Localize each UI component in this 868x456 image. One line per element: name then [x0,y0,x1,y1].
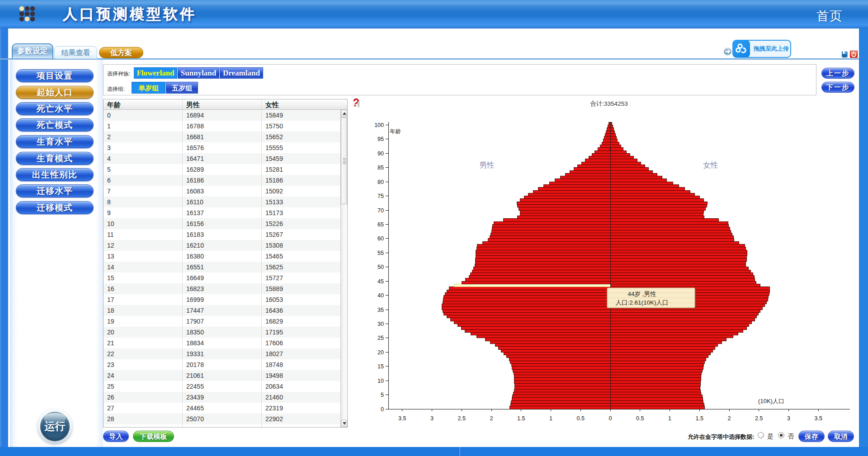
svg-text:0.5: 0.5 [636,415,644,422]
svg-text:0: 0 [381,406,384,413]
svg-text:合计:3354253: 合计:3354253 [590,100,627,107]
svg-text:20: 20 [377,349,384,356]
svg-text:100: 100 [374,122,384,128]
svg-text:80: 80 [377,179,384,185]
svg-text:1.5: 1.5 [696,415,703,422]
svg-text:1: 1 [549,415,552,422]
svg-text:95: 95 [377,136,384,142]
svg-text:2: 2 [728,415,731,422]
svg-text:65: 65 [377,221,384,228]
svg-text:2.5: 2.5 [755,415,763,422]
svg-text:30: 30 [377,321,384,327]
svg-text:60: 60 [377,235,384,242]
svg-text:人口:2.61(10K)人口: 人口:2.61(10K)人口 [615,299,668,306]
svg-text:40: 40 [377,292,384,299]
svg-text:50: 50 [377,264,384,270]
svg-text:44岁 ,男性: 44岁 ,男性 [627,291,656,297]
svg-text:(10K)人口: (10K)人口 [758,398,784,404]
svg-text:男性: 男性 [479,161,495,169]
svg-text:女性: 女性 [703,161,718,169]
svg-text:3: 3 [430,415,434,422]
svg-text:15: 15 [377,363,384,370]
svg-text:3.5: 3.5 [398,415,406,422]
svg-text:3: 3 [787,415,790,422]
svg-text:2: 2 [490,415,493,422]
svg-text:2.5: 2.5 [458,415,466,422]
svg-text:3.5: 3.5 [815,415,822,422]
svg-text:1.5: 1.5 [517,415,525,422]
svg-text:55: 55 [377,250,384,256]
svg-text:35: 35 [377,307,384,313]
svg-text:70: 70 [377,207,384,214]
svg-text:年龄: 年龄 [390,128,401,135]
svg-text:25: 25 [377,335,384,341]
svg-text:85: 85 [377,165,384,171]
svg-text:0.5: 0.5 [577,415,585,422]
svg-text:0: 0 [609,415,612,422]
svg-text:90: 90 [377,150,384,157]
svg-text:45: 45 [377,278,384,285]
svg-text:5: 5 [381,392,384,398]
svg-text:75: 75 [377,193,384,199]
svg-text:1: 1 [668,415,671,422]
svg-text:10: 10 [377,378,384,384]
